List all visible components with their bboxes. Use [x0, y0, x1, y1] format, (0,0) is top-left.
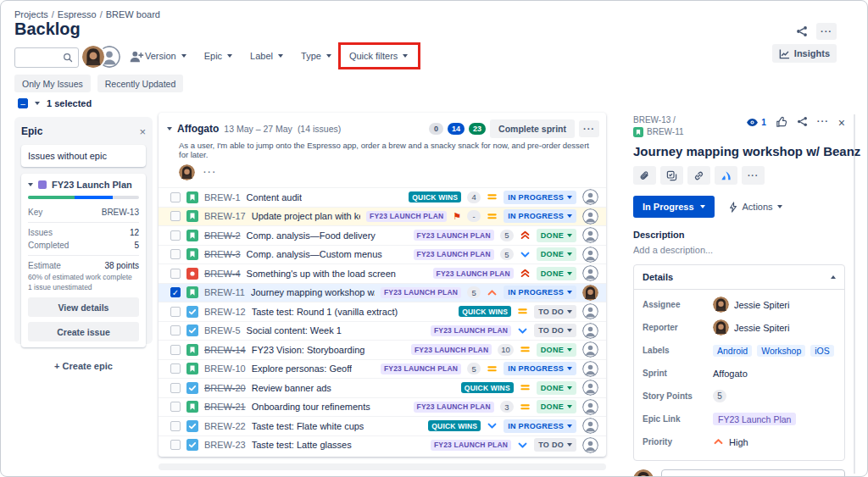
- add-person-icon[interactable]: [129, 49, 144, 64]
- assignee-avatar[interactable]: [582, 227, 598, 243]
- sprint-collapse-icon[interactable]: [167, 127, 172, 130]
- issue-checkbox[interactable]: [170, 192, 181, 202]
- estimate-badge[interactable]: 5: [500, 248, 514, 260]
- issue-checkbox[interactable]: [170, 345, 181, 355]
- epic-label-chip[interactable]: FY23 LAUNCH PLAN: [366, 211, 447, 222]
- issue-checkbox[interactable]: [170, 421, 181, 431]
- issue-title[interactable]: Review banner ads: [252, 383, 331, 393]
- issue-title[interactable]: Taste test: Round 1 (vanilla extract): [252, 307, 398, 317]
- issue-row[interactable]: BREW-1 Content audit QUICK WINS 4 IN PRO…: [159, 187, 606, 207]
- epic-label-chip[interactable]: QUICK WINS: [459, 306, 511, 317]
- share-icon[interactable]: [797, 116, 808, 127]
- estimate-badge[interactable]: 3: [500, 401, 514, 413]
- only-my-issues-button[interactable]: Only My Issues: [14, 75, 91, 92]
- issue-row[interactable]: ✓ BREW-11 Journey mapping workshop w/ Be…: [159, 283, 606, 302]
- assignee-avatar[interactable]: [582, 361, 598, 377]
- assignee-avatar[interactable]: [582, 208, 598, 225]
- issue-title[interactable]: Content audit: [247, 192, 302, 202]
- add-child-issue-button[interactable]: [660, 166, 683, 185]
- issue-title[interactable]: Comp. analysis—Custom menus: [247, 249, 382, 259]
- epic-label-chip[interactable]: QUICK WINS: [428, 420, 481, 431]
- issue-row[interactable]: BREW-22 Taste test: Flate white cups QUI…: [159, 416, 606, 435]
- more-actions-button[interactable]: ···: [816, 23, 837, 40]
- like-button[interactable]: [776, 116, 787, 128]
- issues-without-epic[interactable]: Issues without epic: [21, 145, 146, 167]
- create-epic-button[interactable]: + Create epic: [21, 354, 146, 378]
- label-workshop[interactable]: Workshop: [757, 345, 805, 357]
- close-icon[interactable]: ×: [838, 116, 845, 130]
- status-dropdown[interactable]: IN PROGRESS: [504, 209, 576, 223]
- chevron-down-icon[interactable]: [35, 102, 40, 105]
- issue-title[interactable]: Journey mapping workshop w/ Beanz: [251, 287, 375, 297]
- assignee-avatar[interactable]: [582, 303, 598, 319]
- issue-title[interactable]: Update project plan with key milestones: [252, 211, 360, 221]
- assignee-avatar[interactable]: [582, 189, 598, 205]
- issue-checkbox[interactable]: [170, 383, 181, 393]
- issue-checkbox[interactable]: [170, 440, 181, 450]
- assignee-avatar[interactable]: [582, 247, 598, 263]
- status-dropdown[interactable]: IN PROGRESS: [504, 286, 576, 299]
- assignee-avatar[interactable]: [582, 437, 598, 453]
- search-input[interactable]: [19, 53, 63, 63]
- quick-filters-dropdown[interactable]: Quick filters: [348, 51, 409, 61]
- actions-dropdown[interactable]: Actions: [728, 202, 782, 213]
- issue-checkbox[interactable]: [170, 307, 181, 317]
- status-dropdown[interactable]: TO DO: [534, 324, 576, 337]
- label-android[interactable]: Android: [713, 345, 752, 357]
- status-dropdown[interactable]: DONE: [537, 267, 576, 280]
- sprint-more-button[interactable]: ···: [579, 120, 599, 137]
- estimate-badge[interactable]: 5: [500, 230, 514, 241]
- estimate-badge[interactable]: 5: [467, 363, 481, 374]
- issue-title[interactable]: Onboarding tour refinements: [252, 402, 370, 412]
- sprint-value[interactable]: Affogato: [713, 369, 748, 379]
- status-dropdown[interactable]: IN PROGRESS: [504, 419, 576, 433]
- issue-checkbox[interactable]: [170, 249, 181, 259]
- epic-link-value[interactable]: FY23 Launch Plan: [713, 413, 796, 425]
- assignee-avatar[interactable]: [582, 341, 598, 358]
- status-dropdown[interactable]: TO DO: [534, 305, 576, 319]
- priority-value[interactable]: High: [713, 436, 748, 447]
- reporter-value[interactable]: Jessie Spiteri: [713, 319, 789, 336]
- assignee-avatar[interactable]: [582, 285, 598, 301]
- assignee-value[interactable]: Jessie Spiteri: [713, 297, 789, 313]
- label-ios[interactable]: iOS: [810, 345, 834, 357]
- epic-label-chip[interactable]: QUICK WINS: [461, 382, 514, 393]
- version-dropdown[interactable]: Version: [143, 51, 188, 61]
- epic-dropdown[interactable]: Epic: [203, 51, 234, 61]
- assignee-avatar[interactable]: [582, 418, 598, 434]
- epic-label-chip[interactable]: FY23 LAUNCH PLAN: [414, 249, 494, 260]
- issue-row[interactable]: BREW-4 Something's up with the load scre…: [159, 263, 606, 283]
- assignee-avatar[interactable]: [582, 399, 598, 415]
- issue-title[interactable]: Explore personas: Geoff: [252, 363, 352, 374]
- issue-row[interactable]: BREW-10 Explore personas: Geoff FY23 LAU…: [159, 359, 606, 379]
- atlassian-app-button[interactable]: [715, 166, 737, 185]
- status-dropdown[interactable]: IN PROGRESS: [504, 362, 576, 375]
- issue-title[interactable]: Taste test: Flate white cups: [252, 421, 364, 431]
- issue-row[interactable]: BREW-23 Taste test: Latte glasses FY23 L…: [159, 435, 606, 455]
- breadcrumb-projects[interactable]: Projects: [14, 9, 48, 19]
- details-card-header[interactable]: Details: [634, 265, 844, 290]
- share-icon[interactable]: [796, 25, 808, 37]
- comment-input[interactable]: [661, 469, 845, 477]
- issue-checkbox[interactable]: [170, 211, 181, 221]
- issue-checkbox[interactable]: [170, 402, 181, 412]
- issue-row[interactable]: BREW-14 FY23 Vision: Storyboarding FY23 …: [159, 340, 606, 359]
- story-points-value[interactable]: 5: [713, 390, 726, 402]
- sprint-members-more[interactable]: ···: [203, 168, 217, 177]
- attach-button[interactable]: [633, 166, 656, 185]
- issue-row[interactable]: BREW-21 Onboarding tour refinements FY23…: [159, 397, 606, 417]
- issue-checkbox[interactable]: [170, 325, 181, 336]
- label-dropdown[interactable]: Label: [248, 51, 285, 61]
- epic-label-chip[interactable]: FY23 LAUNCH PLAN: [381, 363, 461, 374]
- complete-sprint-button[interactable]: Complete sprint: [490, 119, 575, 138]
- epic-label-chip[interactable]: FY23 LAUNCH PLAN: [431, 325, 511, 336]
- issue-title[interactable]: FY23 Vision: Storyboarding: [252, 345, 365, 355]
- epic-label-chip[interactable]: QUICK WINS: [409, 191, 461, 202]
- issue-row[interactable]: BREW-3 Comp. analysis—Custom menus FY23 …: [159, 245, 606, 264]
- issue-title[interactable]: Comp. analysis—Food delivery: [247, 230, 376, 241]
- estimate-badge[interactable]: 10: [498, 344, 514, 356]
- issue-row[interactable]: BREW-5 Social content: Week 1 FY23 LAUNC…: [159, 321, 606, 341]
- issue-checkbox[interactable]: [170, 269, 181, 279]
- issue-checkbox[interactable]: [170, 363, 181, 374]
- estimate-badge[interactable]: 4: [467, 191, 481, 203]
